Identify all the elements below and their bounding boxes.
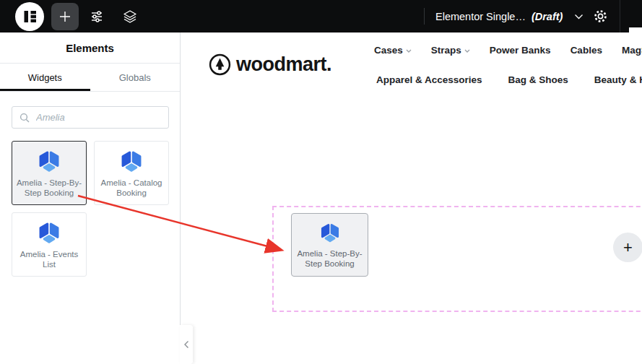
sliders-icon bbox=[89, 9, 105, 25]
nav-item-cases[interactable]: Cases bbox=[374, 45, 412, 56]
document-status: (Draft) bbox=[532, 11, 563, 22]
elements-panel: Elements Widgets Globals Amelia - Step-B… bbox=[0, 32, 181, 364]
logo-text: woodmart. bbox=[236, 55, 331, 74]
topbar-divider bbox=[620, 0, 620, 32]
nav-item-bag-shoes[interactable]: Bag & Shoes bbox=[508, 74, 568, 85]
nav-item-magsafe[interactable]: MagSafe bbox=[622, 45, 642, 56]
document-title: Elementor Single… bbox=[435, 11, 526, 22]
nav-item-power-banks[interactable]: Power Banks bbox=[490, 45, 551, 56]
gear-icon bbox=[592, 8, 609, 25]
widget-label: Amelia - Step-By-Step Booking bbox=[293, 248, 366, 269]
topbar-divider bbox=[424, 8, 425, 25]
structure-button[interactable] bbox=[122, 9, 138, 25]
chevron-down-icon bbox=[406, 49, 412, 53]
elementor-menu-button[interactable] bbox=[15, 2, 44, 31]
elementor-logo-icon bbox=[15, 2, 44, 31]
site-nav-secondary: Apparel & Accessories Bag & Shoes Beauty… bbox=[376, 74, 642, 85]
panel-collapse-button[interactable] bbox=[180, 325, 193, 364]
add-element-button[interactable] bbox=[51, 3, 79, 30]
site-nav-primary: Cases Straps Power Banks Cables MagSafe bbox=[374, 45, 642, 56]
nav-item-cables[interactable]: Cables bbox=[571, 45, 602, 56]
search-input[interactable] bbox=[12, 106, 169, 129]
amelia-cube-icon bbox=[35, 148, 63, 174]
document-switcher[interactable]: Elementor Single… (Draft) bbox=[435, 0, 584, 32]
chevron-down-icon bbox=[464, 49, 470, 53]
pine-tree-icon bbox=[209, 53, 231, 76]
nav-item-apparel-accessories[interactable]: Apparel & Accessories bbox=[376, 74, 482, 85]
widget-label: Amelia - Events List bbox=[14, 249, 84, 270]
widget-card-step-by-step-booking[interactable]: Amelia - Step-By-Step Booking bbox=[12, 141, 87, 205]
widget-label: Amelia - Step-By-Step Booking bbox=[14, 178, 84, 199]
nav-item-beauty-health[interactable]: Beauty & Health bbox=[594, 74, 642, 85]
amelia-cube-icon bbox=[318, 221, 342, 244]
amelia-cube-icon bbox=[35, 220, 63, 246]
widget-card-catalog-booking[interactable]: Amelia - Catalog Booking bbox=[94, 141, 169, 205]
search-icon bbox=[19, 112, 30, 124]
nav-item-straps[interactable]: Straps bbox=[431, 45, 470, 56]
dropped-widget-card[interactable]: Amelia - Step-By-Step Booking bbox=[291, 213, 368, 277]
panel-tabs: Widgets Globals bbox=[0, 64, 180, 92]
panel-title: Elements bbox=[0, 32, 180, 64]
widget-label: Amelia - Catalog Booking bbox=[96, 178, 167, 199]
widget-search bbox=[12, 106, 168, 129]
layers-icon bbox=[122, 9, 138, 25]
chevron-down-icon bbox=[574, 14, 584, 20]
page-settings-button[interactable] bbox=[592, 8, 609, 25]
add-section-button[interactable]: + bbox=[613, 233, 642, 262]
widgets-grid: Amelia - Step-By-Step Booking Amelia - C… bbox=[12, 141, 169, 277]
widget-card-events-list[interactable]: Amelia - Events List bbox=[12, 212, 87, 277]
plus-icon bbox=[58, 10, 71, 23]
topbar-corner-step bbox=[629, 27, 642, 32]
woodmart-logo[interactable]: woodmart. bbox=[209, 53, 331, 76]
site-settings-button[interactable] bbox=[89, 9, 105, 25]
elementor-topbar: Elementor Single… (Draft) bbox=[0, 0, 642, 32]
tab-globals[interactable]: Globals bbox=[90, 64, 181, 91]
chevron-left-icon bbox=[183, 340, 189, 349]
tab-widgets[interactable]: Widgets bbox=[0, 64, 90, 91]
amelia-cube-icon bbox=[118, 148, 145, 174]
